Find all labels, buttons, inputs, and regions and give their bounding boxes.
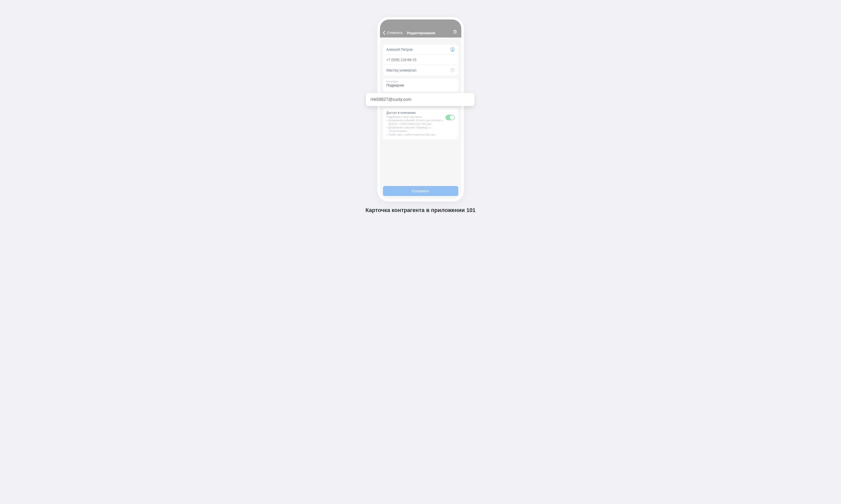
- name-field[interactable]: Алексей Петров: [383, 44, 458, 55]
- access-item: Прайс-лист с себестоимостью без цен.: [387, 133, 443, 136]
- category-card[interactable]: Категория Подрядчик: [383, 79, 458, 92]
- phone-screen: Отменить Редактирование: [380, 19, 461, 199]
- save-button[interactable]: Сохранить: [383, 186, 458, 196]
- phone-value: +7 (928) 118-84-15: [387, 58, 416, 62]
- role-field[interactable]: Мастер универсал: [383, 65, 458, 75]
- help-icon[interactable]: [450, 68, 455, 72]
- email-popover: rhk58827@cuoly.com: [366, 93, 475, 106]
- cancel-button[interactable]: Отменить: [382, 31, 403, 35]
- access-item: Добавление событий «Отчёт» для отчетов о…: [387, 119, 443, 126]
- svg-point-3: [452, 49, 453, 50]
- footer: Сохранить: [380, 183, 461, 199]
- access-toggle[interactable]: [446, 115, 455, 120]
- user-badge-icon: [450, 47, 455, 52]
- basic-info-card: Алексей Петров +7 (928) 118-84-15 Мастер…: [383, 44, 458, 75]
- name-value: Алексей Петров: [387, 48, 413, 52]
- header-title: Редактирование: [407, 31, 452, 35]
- phone-frame: Отменить Редактирование: [377, 17, 464, 201]
- caption: Карточка контрагента в приложении 101: [245, 207, 596, 214]
- access-card: Доступ в компанию Подрядчику станут дост…: [383, 108, 458, 139]
- category-label: Категория: [383, 79, 458, 83]
- trash-icon: [453, 30, 457, 35]
- access-list: Добавление событий «Отчёт» для отчетов о…: [387, 119, 443, 136]
- header-bar: Отменить Редактирование: [380, 19, 461, 37]
- phone-field[interactable]: +7 (928) 118-84-15: [383, 55, 458, 65]
- access-title: Доступ в компанию: [387, 111, 443, 114]
- toggle-knob: [450, 115, 454, 120]
- access-item: Добавление событий «Перевод» и «Поступле…: [387, 126, 443, 133]
- stage: Отменить Редактирование: [245, 10, 596, 220]
- role-value: Мастер универсал: [387, 68, 417, 72]
- content-area: Алексей Петров +7 (928) 118-84-15 Мастер…: [380, 37, 461, 183]
- chevron-left-icon: [382, 31, 387, 35]
- cancel-label: Отменить: [387, 31, 403, 35]
- save-label: Сохранить: [412, 189, 429, 193]
- delete-button[interactable]: [452, 30, 458, 35]
- email-text: rhk58827@cuoly.com: [371, 97, 411, 102]
- access-subtitle: Подрядчику станут доступны:: [387, 115, 443, 119]
- category-value: Подрядчик: [383, 83, 458, 90]
